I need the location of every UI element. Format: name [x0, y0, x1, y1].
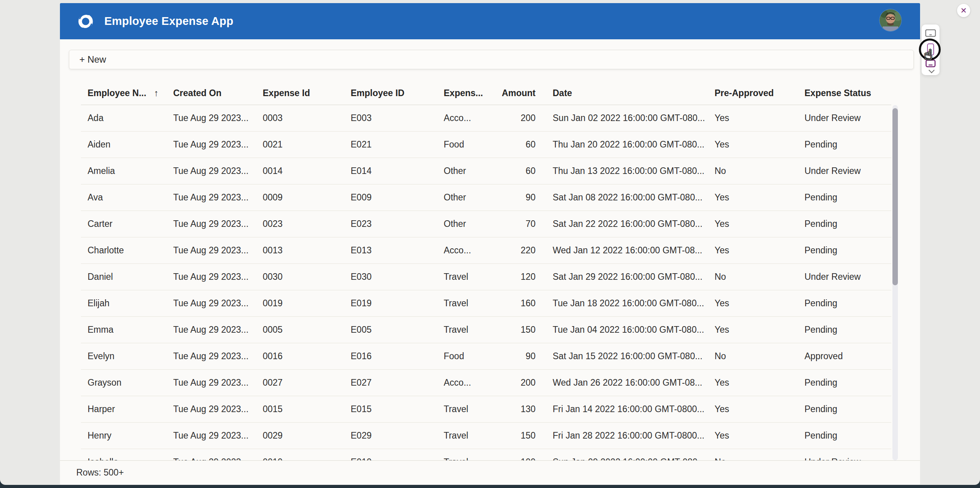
tablet-preview-button[interactable]: [922, 60, 940, 67]
cell-created-on: Tue Aug 29 2023...: [173, 351, 263, 362]
cell-date: Sun Jan 02 2022 16:00:00 GMT-080...: [536, 113, 715, 123]
table-header-row: Employee N...↑Created OnExpense IdEmploy…: [81, 81, 891, 105]
column-header-employee-name[interactable]: Employee N...↑: [88, 88, 173, 98]
cell-created-on: Tue Aug 29 2023...: [173, 272, 263, 282]
column-header-expense-category[interactable]: Expens...: [444, 88, 500, 98]
cell-expense-status: Under Review: [804, 457, 891, 460]
cell-expense-id: 0016: [263, 351, 351, 362]
cell-employee-id: E019: [351, 298, 444, 309]
cell-created-on: Tue Aug 29 2023...: [173, 113, 263, 123]
table-row[interactable]: HenryTue Aug 29 2023...0029E029Travel150…: [81, 423, 891, 449]
column-header-label: Expense Id: [263, 88, 310, 98]
cell-amount: 60: [500, 166, 536, 176]
cell-expense-category: Acco...: [444, 245, 500, 256]
cell-amount: 160: [500, 298, 536, 309]
cell-expense-category: Travel: [444, 325, 500, 335]
cell-pre-approved: No: [715, 351, 804, 362]
column-header-date[interactable]: Date: [536, 88, 715, 98]
cell-date: Fri Jan 28 2022 16:00:00 GMT-0800...: [536, 430, 715, 441]
column-header-expense-id[interactable]: Expense Id: [263, 88, 351, 98]
table-row[interactable]: HarperTue Aug 29 2023...0015E015Travel13…: [81, 396, 891, 423]
cell-amount: 120: [500, 272, 536, 282]
cell-expense-category: Travel: [444, 457, 500, 460]
device-panel-expand-button[interactable]: [922, 68, 940, 74]
cell-employee-name: Harper: [88, 404, 173, 414]
cell-expense-category: Other: [444, 166, 500, 176]
cell-pre-approved: Yes: [715, 192, 804, 203]
cell-pre-approved: Yes: [715, 404, 804, 414]
table-row[interactable]: AmeliaTue Aug 29 2023...0014E014Other60T…: [81, 158, 891, 184]
sort-ascending-icon: ↑: [154, 88, 159, 98]
expense-table: Employee N...↑Created OnExpense IdEmploy…: [81, 81, 891, 460]
cell-employee-id: E016: [351, 351, 444, 362]
monitor-icon: [925, 29, 936, 38]
cell-created-on: Tue Aug 29 2023...: [173, 166, 263, 176]
cell-amount: 200: [500, 113, 536, 123]
cell-expense-category: Acco...: [444, 377, 500, 388]
close-icon: ✕: [961, 6, 967, 15]
column-header-label: Employee ID: [351, 88, 404, 98]
column-header-employee-id[interactable]: Employee ID: [351, 88, 444, 98]
cell-expense-status: Pending: [804, 377, 891, 388]
cell-expense-id: 0013: [263, 245, 351, 256]
cell-expense-category: Food: [444, 351, 500, 362]
cell-employee-name: Charlotte: [88, 245, 173, 256]
column-header-amount[interactable]: Amount: [500, 88, 536, 98]
cell-expense-category: Travel: [444, 298, 500, 309]
table-scrollbar-thumb[interactable]: [892, 108, 898, 285]
cell-expense-status: Pending: [804, 139, 891, 150]
cell-expense-category: Travel: [444, 404, 500, 414]
phone-preview-button[interactable]: [922, 43, 940, 56]
cell-expense-category: Other: [444, 192, 500, 203]
cell-amount: 150: [500, 430, 536, 441]
cell-expense-category: Travel: [444, 430, 500, 441]
table-row[interactable]: IsabellaTue Aug 29 2023...0010E010Travel…: [81, 449, 891, 460]
table-row[interactable]: CharlotteTue Aug 29 2023...0013E013Acco.…: [81, 237, 891, 264]
cell-expense-status: Under Review: [804, 166, 891, 176]
column-header-pre-approved[interactable]: Pre-Approved: [715, 88, 804, 98]
cell-pre-approved: Yes: [715, 377, 804, 388]
table-row[interactable]: DanielTue Aug 29 2023...0030E030Travel12…: [81, 264, 891, 290]
cell-date: Tue Jan 18 2022 16:00:00 GMT-080...: [536, 298, 715, 309]
avatar[interactable]: [880, 9, 901, 31]
cell-expense-status: Pending: [804, 430, 891, 441]
column-header-created-on[interactable]: Created On: [173, 88, 263, 98]
cell-created-on: Tue Aug 29 2023...: [173, 457, 263, 460]
cell-employee-id: E030: [351, 272, 444, 282]
cell-employee-name: Evelyn: [88, 351, 173, 362]
cell-date: Sat Jan 15 2022 16:00:00 GMT-080...: [536, 351, 715, 362]
column-header-label: Expense Status: [804, 88, 871, 98]
cell-employee-id: E005: [351, 325, 444, 335]
cell-employee-id: E023: [351, 219, 444, 229]
new-button[interactable]: + New: [69, 50, 914, 69]
cell-employee-id: E009: [351, 192, 444, 203]
cell-pre-approved: No: [715, 272, 804, 282]
desktop-preview-button[interactable]: [922, 29, 940, 38]
cell-amount: 90: [500, 192, 536, 203]
tablet-icon: [926, 60, 936, 67]
cell-amount: 60: [500, 139, 536, 150]
column-header-expense-status[interactable]: Expense Status: [804, 88, 891, 98]
table-row[interactable]: EvelynTue Aug 29 2023...0016E016Food90Sa…: [81, 343, 891, 370]
cell-expense-id: 0009: [263, 192, 351, 203]
chevron-down-icon: [928, 67, 934, 73]
cell-pre-approved: Yes: [715, 298, 804, 309]
cell-employee-name: Amelia: [88, 166, 173, 176]
table-row[interactable]: EmmaTue Aug 29 2023...0005E005Travel150T…: [81, 317, 891, 343]
table-row[interactable]: AidenTue Aug 29 2023...0021E021Food60Thu…: [81, 132, 891, 158]
cell-employee-id: E013: [351, 245, 444, 256]
table-row[interactable]: AvaTue Aug 29 2023...0009E009Other90Sat …: [81, 184, 891, 211]
table-row[interactable]: AdaTue Aug 29 2023...0003E003Acco...200S…: [81, 105, 891, 132]
cell-employee-id: E014: [351, 166, 444, 176]
column-header-label: Date: [553, 88, 572, 98]
cell-pre-approved: Yes: [715, 139, 804, 150]
close-preview-button[interactable]: ✕: [957, 4, 970, 17]
cell-pre-approved: No: [715, 166, 804, 176]
table-row[interactable]: ElijahTue Aug 29 2023...0019E019Travel16…: [81, 290, 891, 317]
table-row[interactable]: CarterTue Aug 29 2023...0023E023Other70S…: [81, 211, 891, 237]
cell-date: Thu Jan 13 2022 16:00:00 GMT-080...: [536, 166, 715, 176]
table-scrollbar-track[interactable]: [892, 105, 898, 460]
table-row[interactable]: GraysonTue Aug 29 2023...0027E027Acco...…: [81, 370, 891, 396]
table-body: AdaTue Aug 29 2023...0003E003Acco...200S…: [81, 105, 891, 460]
cell-created-on: Tue Aug 29 2023...: [173, 192, 263, 203]
